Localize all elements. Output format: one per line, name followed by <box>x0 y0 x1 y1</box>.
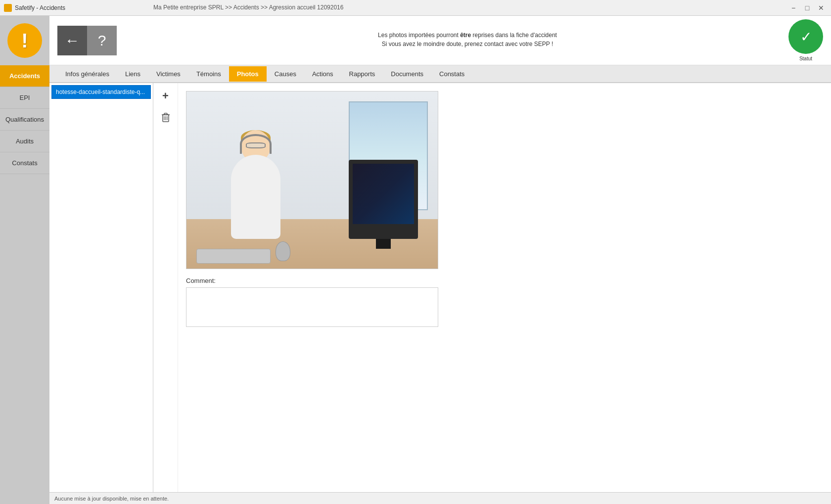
check-icon: ✓ <box>800 29 812 45</box>
trash-icon <box>159 110 173 124</box>
keyboard-decoration <box>196 249 271 264</box>
svg-rect-2 <box>164 113 167 115</box>
tab-infos[interactable]: Infos générales <box>57 66 117 82</box>
tab-liens[interactable]: Liens <box>117 66 148 82</box>
comment-input[interactable] <box>186 287 438 327</box>
close-button[interactable]: ✕ <box>815 2 827 14</box>
delete-photo-button[interactable] <box>157 108 175 126</box>
photo-list-item[interactable]: hotesse-daccueil-standardiste-q... <box>51 85 151 99</box>
tab-causes[interactable]: Causes <box>267 66 304 82</box>
tab-rapports[interactable]: Rapports <box>341 66 383 82</box>
maximize-button[interactable]: □ <box>801 2 813 14</box>
help-button[interactable]: ? <box>87 26 117 55</box>
tab-documents[interactable]: Documents <box>383 66 431 82</box>
sidebar-item-qualifications[interactable]: Qualifications <box>0 109 49 131</box>
photo-preview <box>186 91 438 269</box>
app-icon <box>4 4 12 12</box>
tab-photos[interactable]: Photos <box>229 66 267 82</box>
header-notice: Les photos importées pourront être repri… <box>146 32 788 49</box>
back-button[interactable]: ← <box>57 26 87 55</box>
status-bar: Aucune mise à jour disponible, mise en a… <box>49 492 831 504</box>
title-bar: Safetify - Accidents − □ ✕ <box>0 0 831 16</box>
sidebar-item-accidents[interactable]: Accidents <box>0 65 49 87</box>
monitor-decoration <box>349 160 418 239</box>
logo-icon: ! <box>7 23 42 58</box>
comment-section: Comment: <box>186 277 823 328</box>
add-photo-button[interactable]: + <box>157 87 175 105</box>
sidebar-item-audits[interactable]: Audits <box>0 131 49 152</box>
sidebar-item-constats[interactable]: Constats <box>0 152 49 174</box>
notice-line1: Les photos importées pourront être repri… <box>378 32 557 39</box>
mouse-decoration <box>276 241 290 261</box>
sidebar-item-epi[interactable]: EPI <box>0 87 49 109</box>
tab-temoins[interactable]: Témoins <box>188 66 229 82</box>
status-message: Aucune mise à jour disponible, mise en a… <box>54 496 169 502</box>
person-decoration <box>216 130 295 239</box>
tab-actions[interactable]: Actions <box>304 66 341 82</box>
sidebar: ! Accidents EPI Qualifications Audits Co… <box>0 16 49 504</box>
photo-list: hotesse-daccueil-standardiste-q... <box>49 83 153 492</box>
comment-label: Comment: <box>186 277 823 284</box>
tab-victimes[interactable]: Victimes <box>148 66 188 82</box>
notice-line2: Si vous avez le moindre doute, prenez co… <box>382 41 554 47</box>
tab-constats-tab[interactable]: Constats <box>431 66 472 82</box>
window-title: Safetify - Accidents <box>15 4 65 11</box>
tab-bar: Infos générales Liens Victimes Témoins P… <box>49 65 831 83</box>
photo-scene <box>186 92 438 269</box>
tools-panel: + <box>153 83 178 492</box>
header: ← ? Ma Petite entreprise SPRL >> Acciden… <box>49 16 831 65</box>
photo-list-panel: hotesse-daccueil-standardiste-q... <box>49 83 153 492</box>
minimize-button[interactable]: − <box>787 2 799 14</box>
status-button[interactable]: ✓ <box>788 19 823 54</box>
photo-view-panel: Comment: <box>178 83 831 492</box>
status-label: Statut <box>799 56 812 61</box>
app-logo: ! <box>0 16 49 65</box>
